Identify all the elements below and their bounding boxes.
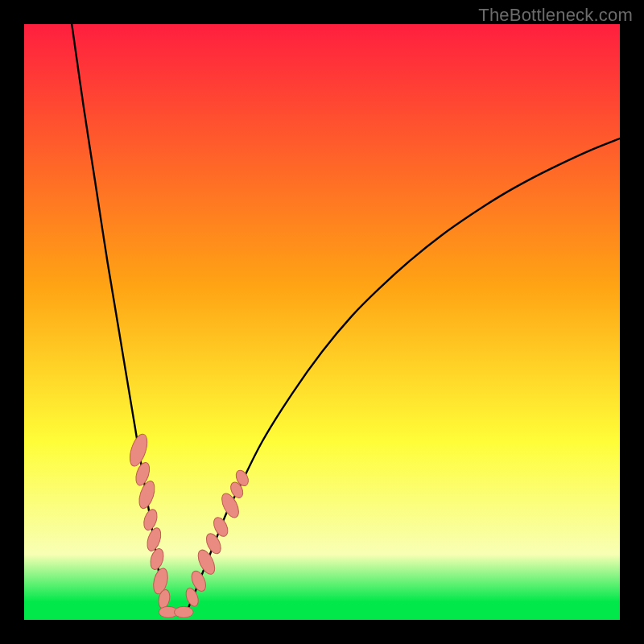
plot-area [24,24,620,620]
chart-svg [24,24,620,620]
chart-frame: TheBottleneck.com [0,0,644,644]
background-gradient [24,24,620,620]
curve-marker [174,606,193,617]
watermark-text: TheBottleneck.com [478,5,633,26]
